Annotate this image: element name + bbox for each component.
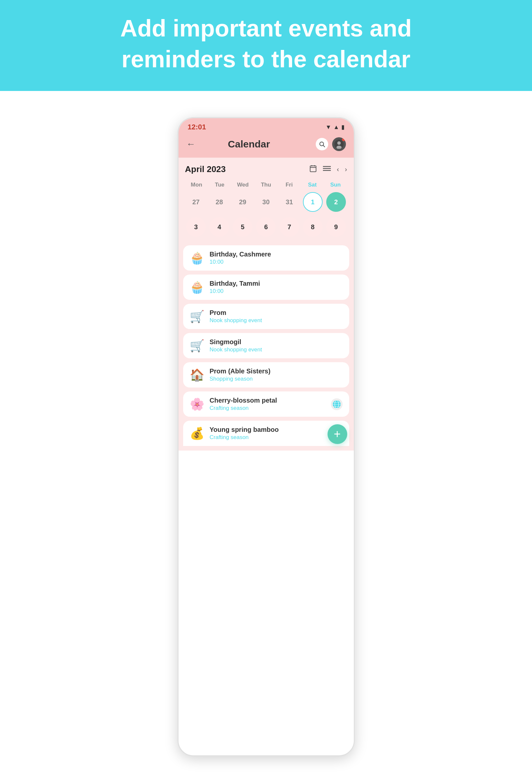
event-icon-bamboo: 💰 [190, 427, 205, 440]
avatar[interactable] [332, 137, 346, 151]
cal-day-27[interactable]: 27 [186, 192, 206, 212]
cal-day-31[interactable]: 31 [280, 192, 299, 212]
event-sub-2: 10:00 [210, 288, 343, 295]
weekday-sun: Sun [324, 180, 347, 189]
app-bar-icons [316, 137, 346, 151]
search-button[interactable] [316, 138, 328, 150]
calendar-row-1: 27 28 29 30 31 1 2 [185, 192, 347, 212]
banner-text: Add important events and reminders to th… [7, 13, 525, 74]
wifi-icon: ▼ [325, 124, 331, 131]
event-title-5: Prom (Able Sisters) [210, 368, 343, 375]
event-info-2: Birthday, Tammi 10:00 [210, 280, 343, 295]
next-month-button[interactable]: › [345, 166, 347, 173]
status-icons: ▼ ▲ ▮ [325, 124, 345, 131]
event-sub-5: Shopping season [210, 376, 343, 382]
event-cherry-blossom[interactable]: 🌸 Cherry-blossom petal Crafting season [183, 391, 349, 417]
svg-line-1 [323, 146, 325, 147]
event-icon-cart-2: 🛒 [190, 339, 205, 353]
cal-day-30[interactable]: 30 [256, 192, 276, 212]
event-prom[interactable]: 🛒 Prom Nook shopping event [183, 304, 349, 329]
back-button[interactable]: ← [187, 139, 196, 149]
event-sub-6: Crafting season [210, 405, 325, 411]
calendar-view-icon[interactable] [309, 165, 317, 174]
event-birthday-tammi[interactable]: 🧁 Birthday, Tammi 10:00 [183, 274, 349, 300]
calendar-row-2: 3 4 5 6 7 8 9 [185, 217, 347, 237]
event-info-1: Birthday, Cashmere 10:00 [210, 250, 343, 265]
list-view-icon[interactable] [323, 166, 331, 173]
month-header: April 2023 [185, 164, 347, 174]
cal-day-8[interactable]: 8 [303, 217, 323, 237]
cal-day-4[interactable]: 4 [209, 217, 229, 237]
app-bar-title: Calendar [200, 139, 299, 150]
weekday-sat: Sat [301, 180, 324, 189]
event-sub-7: Crafting season [210, 434, 325, 441]
cal-day-2[interactable]: 2 [326, 192, 346, 212]
cal-day-29[interactable]: 29 [233, 192, 252, 212]
event-info-5: Prom (Able Sisters) Shopping season [210, 368, 343, 382]
event-info-3: Prom Nook shopping event [210, 309, 343, 324]
status-time: 12:01 [188, 123, 206, 131]
event-badge-globe-1 [331, 398, 343, 410]
event-title-4: Singmogil [210, 338, 343, 346]
svg-point-3 [337, 141, 341, 145]
month-title: April 2023 [185, 164, 309, 174]
weekday-thu: Thu [254, 180, 278, 189]
event-title-1: Birthday, Cashmere [210, 250, 343, 258]
events-section: 🧁 Birthday, Cashmere 10:00 🧁 Birthday, T… [179, 245, 354, 450]
event-icon-cupcake-2: 🧁 [190, 280, 205, 294]
event-title-7: Young spring bamboo [210, 426, 325, 433]
event-young-spring-bamboo[interactable]: 💰 Young spring bamboo Crafting season [183, 421, 349, 446]
event-singmogil[interactable]: 🛒 Singmogil Nook shopping event [183, 333, 349, 358]
app-bar: ← Calendar [179, 134, 354, 158]
signal-icon: ▲ [333, 124, 339, 131]
weekday-tue: Tue [208, 180, 231, 189]
event-icon-house: 🏠 [190, 368, 205, 382]
event-sub-4: Nook shopping event [210, 347, 343, 353]
event-prom-able-sisters[interactable]: 🏠 Prom (Able Sisters) Shopping season [183, 362, 349, 388]
event-icon-cart-1: 🛒 [190, 310, 205, 324]
add-event-button[interactable]: + [327, 424, 347, 444]
status-bar: 12:01 ▼ ▲ ▮ [179, 118, 354, 134]
event-sub-3: Nook shopping event [210, 317, 343, 324]
event-birthday-cashmere[interactable]: 🧁 Birthday, Cashmere 10:00 [183, 245, 349, 270]
cal-day-28[interactable]: 28 [209, 192, 229, 212]
prev-month-button[interactable]: ‹ [337, 166, 339, 173]
phone-frame: 12:01 ▼ ▲ ▮ ← Calendar [178, 117, 355, 756]
event-info-7: Young spring bamboo Crafting season [210, 426, 325, 441]
event-sub-1: 10:00 [210, 259, 343, 265]
event-info-6: Cherry-blossom petal Crafting season [210, 397, 325, 411]
event-info-4: Singmogil Nook shopping event [210, 338, 343, 353]
event-icon-cupcake-1: 🧁 [190, 251, 205, 265]
cal-day-7[interactable]: 7 [280, 217, 299, 237]
weekday-mon: Mon [185, 180, 208, 189]
weekday-wed: Wed [231, 180, 255, 189]
page-background: 12:01 ▼ ▲ ▮ ← Calendar [0, 91, 532, 776]
event-title-2: Birthday, Tammi [210, 280, 343, 287]
weekday-fri: Fri [278, 180, 301, 189]
cal-day-5[interactable]: 5 [233, 217, 252, 237]
weekday-labels: Mon Tue Wed Thu Fri Sat Sun [185, 180, 347, 189]
cal-day-3[interactable]: 3 [186, 217, 206, 237]
cal-day-1[interactable]: 1 [303, 192, 323, 212]
month-controls: ‹ › [309, 165, 347, 174]
event-title-6: Cherry-blossom petal [210, 397, 325, 404]
top-banner: Add important events and reminders to th… [0, 0, 532, 91]
cal-day-9[interactable]: 9 [326, 217, 346, 237]
calendar-section: April 2023 [179, 158, 354, 245]
event-title-3: Prom [210, 309, 343, 317]
svg-rect-5 [310, 166, 316, 172]
event-icon-petal: 🌸 [190, 397, 205, 411]
battery-icon: ▮ [341, 124, 345, 131]
cal-day-6[interactable]: 6 [256, 217, 276, 237]
